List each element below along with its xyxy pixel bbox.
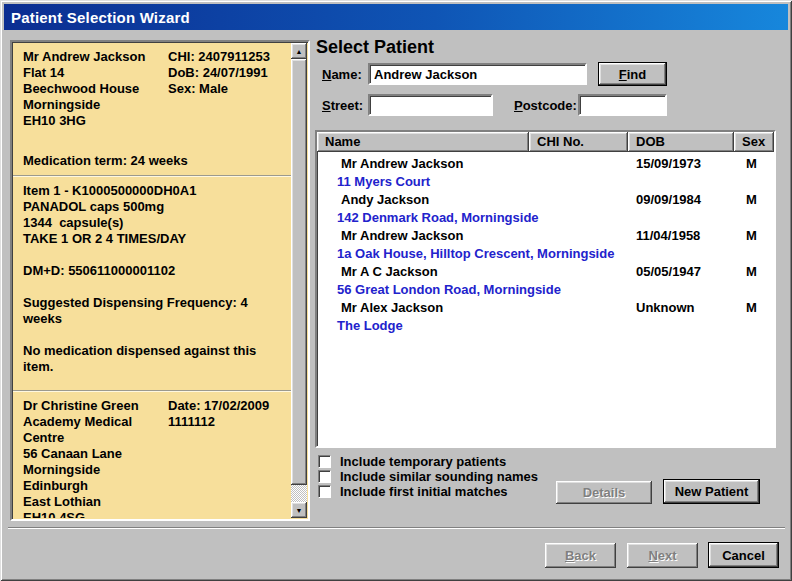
patient-name: Mr Andrew Jackson [23, 49, 168, 65]
prescription-date: Date: 17/02/2009 [168, 398, 283, 414]
result-address[interactable]: 11 Myers Court [317, 174, 774, 192]
result-sex: M [734, 156, 774, 174]
cancel-button[interactable]: Cancel [708, 542, 779, 568]
table-row[interactable]: Mr Alex Jackson Unknown M [317, 300, 774, 318]
back-button-label: Back [565, 548, 596, 563]
footer-divider [8, 527, 785, 529]
scrollbar-thumb[interactable] [291, 59, 307, 485]
details-button[interactable]: Details [556, 481, 652, 504]
item-dosage: TAKE 1 OR 2 4 TIMES/DAY [23, 231, 283, 247]
table-row[interactable]: Mr A C Jackson 05/05/1947 M [317, 264, 774, 282]
result-address[interactable]: The Lodge [317, 318, 774, 336]
name-input[interactable] [368, 63, 587, 85]
column-header-chi[interactable]: CHI No. [529, 132, 628, 152]
result-address[interactable]: 56 Great London Road, Morningside [317, 282, 774, 300]
result-address[interactable]: 1a Oak House, Hilltop Crescent, Mornings… [317, 246, 774, 264]
result-chi [529, 192, 628, 210]
next-button-label: Next [648, 548, 676, 563]
page-title: Select Patient [316, 37, 434, 58]
prescription-summary-content: Mr Andrew Jackson Flat 14 Beechwood Hous… [13, 43, 291, 518]
scroll-down-button[interactable]: ▼ [291, 502, 307, 518]
result-name: Andy Jackson [317, 192, 529, 210]
table-row[interactable]: Andy Jackson 09/09/1984 M [317, 192, 774, 210]
prescriber-address-line: Academy Medical [23, 414, 168, 430]
prescriber-address-line: Morningside [23, 462, 168, 478]
details-button-label: Details [583, 485, 626, 500]
prescriber-name: Dr Christine Green [23, 398, 168, 414]
results-body: Mr Andrew Jackson 15/09/1973 M 11 Myers … [317, 152, 774, 336]
result-sex: M [734, 192, 774, 210]
next-button[interactable]: Next [627, 543, 698, 568]
patient-postcode: EH10 3HG [23, 113, 168, 129]
prescriber-number: 1111112 [168, 414, 283, 430]
result-chi [529, 228, 628, 246]
patient-results-table: Name CHI No. DOB Sex Mr Andrew Jackson 1… [315, 130, 776, 448]
prescriber-address-line: Centre [23, 430, 168, 446]
find-button-label: Find [619, 67, 646, 82]
checkbox-label: Include first initial matches [340, 484, 508, 499]
scroll-up-button[interactable]: ▲ [291, 43, 307, 59]
patient-address-line: Morningside [23, 97, 168, 113]
patient-address-line: Flat 14 [23, 65, 168, 81]
result-dob: 11/04/1958 [628, 228, 734, 246]
include-first-initial-option[interactable]: Include first initial matches [318, 484, 508, 499]
scroll-down-icon: ▼ [296, 507, 303, 514]
item-code: Item 1 - K1000500000DH0A1 [23, 183, 283, 199]
column-header-sex[interactable]: Sex [734, 132, 774, 152]
table-row[interactable]: Mr Andrew Jackson 11/04/1958 M [317, 228, 774, 246]
results-header-row: Name CHI No. DOB Sex [317, 132, 774, 152]
result-dob: 15/09/1973 [628, 156, 734, 174]
include-temporary-patients-option[interactable]: Include temporary patients [318, 454, 506, 469]
title-bar: Patient Selection Wizard [4, 4, 788, 30]
checkbox-label: Include temporary patients [340, 454, 506, 469]
result-chi [529, 156, 628, 174]
cancel-button-label: Cancel [722, 548, 765, 563]
prescriber-address-line: Edinburgh [23, 478, 168, 494]
prescription-summary-panel: Mr Andrew Jackson Flat 14 Beechwood Hous… [10, 40, 310, 521]
new-patient-button[interactable]: New Patient [663, 479, 760, 504]
prescriber-address-line: 56 Canaan Lane [23, 446, 168, 462]
street-input[interactable] [368, 94, 493, 116]
column-header-dob[interactable]: DOB [628, 132, 734, 152]
back-button[interactable]: Back [545, 543, 616, 568]
dispensing-note: No medication dispensed against this ite… [23, 343, 283, 375]
result-name: Mr A C Jackson [317, 264, 529, 282]
patient-sex: Sex: Male [168, 81, 283, 97]
result-sex: M [734, 300, 774, 318]
result-sex: M [734, 264, 774, 282]
medication-term: Medication term: 24 weeks [23, 153, 283, 169]
checkbox-include-first-initial[interactable] [318, 485, 331, 498]
patient-selection-wizard-window: Patient Selection Wizard Mr Andrew Jacks… [0, 0, 792, 581]
checkbox-label: Include similar sounding names [340, 469, 538, 484]
column-header-name[interactable]: Name [317, 132, 529, 152]
postcode-input[interactable] [578, 94, 667, 116]
patient-address-line: Beechwood House [23, 81, 168, 97]
result-dob: 09/09/1984 [628, 192, 734, 210]
medication-item-section: Item 1 - K1000500000DH0A1 PANADOL caps 5… [13, 177, 291, 390]
find-button[interactable]: Find [598, 62, 667, 86]
item-drug: PANADOL caps 500mg [23, 199, 283, 215]
dispensing-frequency: Suggested Dispensing Frequency: 4 weeks [23, 295, 283, 327]
include-similar-sounding-option[interactable]: Include similar sounding names [318, 469, 538, 484]
result-sex: M [734, 228, 774, 246]
result-name: Mr Andrew Jackson [317, 228, 529, 246]
patient-dob: DoB: 24/07/1991 [168, 65, 283, 81]
result-dob: 05/05/1947 [628, 264, 734, 282]
result-chi [529, 300, 628, 318]
result-address[interactable]: 142 Denmark Road, Morningside [317, 210, 774, 228]
checkbox-include-similar[interactable] [318, 470, 331, 483]
name-label: Name: [322, 67, 362, 82]
prescriber-section: Dr Christine Green Academy Medical Centr… [13, 392, 291, 518]
summary-scrollbar[interactable]: ▲ ▼ [291, 43, 307, 518]
prescriber-postcode: EH10 4SG [23, 510, 168, 518]
item-quantity: 1344 capsule(s) [23, 215, 283, 231]
new-patient-button-label: New Patient [675, 484, 749, 499]
checkbox-include-temporary[interactable] [318, 455, 331, 468]
prescriber-address-line: East Lothian [23, 494, 168, 510]
result-dob: Unknown [628, 300, 734, 318]
street-label: Street: [322, 98, 363, 113]
patient-summary-section: Mr Andrew Jackson Flat 14 Beechwood Hous… [13, 43, 291, 175]
table-row[interactable]: Mr Andrew Jackson 15/09/1973 M [317, 156, 774, 174]
result-name: Mr Alex Jackson [317, 300, 529, 318]
scroll-up-icon: ▲ [296, 48, 303, 55]
